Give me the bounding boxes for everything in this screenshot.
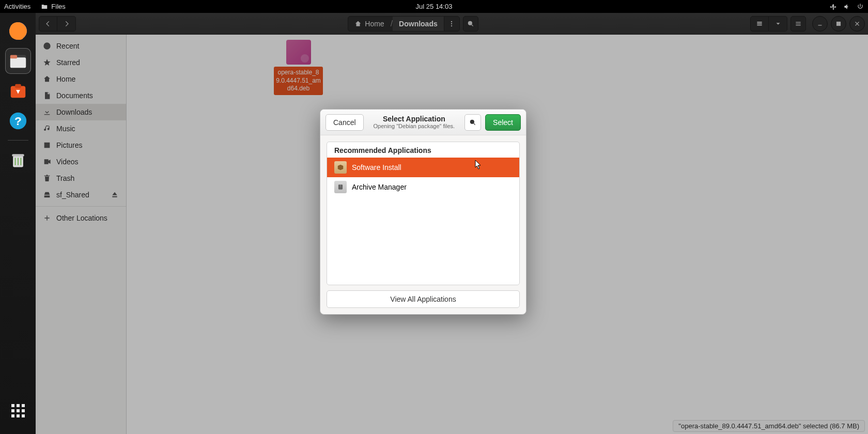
app-label: Archive Manager <box>352 183 407 191</box>
svg-rect-2 <box>10 57 25 68</box>
svg-rect-18 <box>22 414 25 417</box>
svg-rect-14 <box>17 409 20 412</box>
dock-firefox[interactable] <box>5 18 31 44</box>
volume-icon[interactable] <box>843 3 850 10</box>
dock-show-applications[interactable] <box>5 398 31 424</box>
activities-button[interactable]: Activities <box>4 3 30 10</box>
network-icon[interactable] <box>830 3 837 10</box>
svg-rect-16 <box>11 414 14 417</box>
current-app-label: Files <box>51 3 65 10</box>
power-icon[interactable] <box>857 3 864 10</box>
svg-text:?: ? <box>14 114 22 128</box>
select-button[interactable]: Select <box>485 114 521 131</box>
cancel-button[interactable]: Cancel <box>326 114 364 131</box>
dialog-title: Select Application <box>368 115 460 123</box>
clock[interactable]: Jul 25 14:03 <box>416 3 453 10</box>
files-icon <box>41 3 48 10</box>
archive-icon <box>334 181 347 193</box>
top-panel: Activities Files Jul 25 14:03 <box>0 0 868 13</box>
select-application-dialog: Cancel Select Application Opening "Debia… <box>320 109 526 315</box>
dock-trash[interactable] <box>5 147 31 173</box>
package-icon <box>334 161 347 174</box>
app-row-archive-manager[interactable]: Archive Manager <box>327 177 519 197</box>
dock: ? <box>0 13 36 434</box>
svg-rect-9 <box>12 154 24 157</box>
view-all-applications-button[interactable]: View All Applications <box>327 290 520 308</box>
svg-point-25 <box>470 120 474 123</box>
dialog-search-button[interactable] <box>464 114 481 131</box>
svg-rect-13 <box>11 409 14 412</box>
dialog-header: Cancel Select Application Opening "Debia… <box>320 110 526 135</box>
svg-rect-12 <box>22 404 25 407</box>
svg-rect-17 <box>17 414 20 417</box>
svg-rect-5 <box>15 84 21 88</box>
dock-help[interactable]: ? <box>5 108 31 134</box>
app-row-software-install[interactable]: Software Install <box>327 158 519 177</box>
app-label: Software Install <box>352 163 401 172</box>
recommended-heading: Recommended Applications <box>327 142 519 158</box>
current-app-indicator[interactable]: Files <box>41 3 65 10</box>
svg-rect-3 <box>10 55 17 59</box>
svg-rect-10 <box>11 404 14 407</box>
dock-files[interactable] <box>5 48 31 74</box>
dock-separator <box>8 140 28 141</box>
svg-rect-11 <box>17 404 20 407</box>
application-list: Recommended Applications Software Instal… <box>327 142 520 285</box>
dock-software[interactable] <box>5 78 31 104</box>
svg-rect-15 <box>22 409 25 412</box>
dialog-subtitle: Opening "Debian package" files. <box>368 123 460 129</box>
